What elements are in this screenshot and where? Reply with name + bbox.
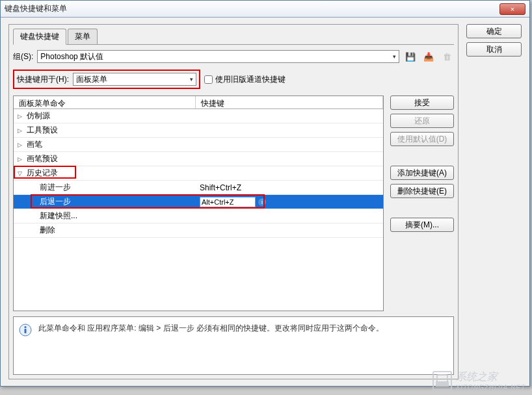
info-icon[interactable]: i — [258, 198, 266, 206]
tree-side-buttons: 接受 还原 使用默认值(D) 添加快捷键(A) 删除快捷键(E) 摘要(M)..… — [390, 96, 454, 311]
delete-shortcut-button[interactable]: 删除快捷键(E) — [390, 184, 454, 198]
expand-icon[interactable]: ▷ — [18, 142, 24, 148]
watermark: 系统之家 XITONGZHIJIA.NET — [432, 370, 526, 391]
tree-row-step-backward[interactable]: 后退一步 i — [14, 195, 383, 209]
tab-bar: 键盘快捷键 菜单 — [13, 29, 454, 45]
col-command[interactable]: 面板菜单命令 — [14, 96, 196, 108]
close-icon: × — [511, 5, 514, 13]
legacy-checkbox[interactable] — [204, 75, 213, 84]
shortcuts-for-label: 快捷键用于(H): — [17, 74, 69, 85]
undo-button: 还原 — [390, 114, 454, 128]
dialog-buttons: 确定 取消 — [466, 24, 522, 379]
shortcuts-for-combo[interactable]: 面板菜单 ▾ — [73, 73, 196, 86]
shortcuts-for-row: 快捷键用于(H): 面板菜单 ▾ 使用旧版通道快捷键 — [13, 70, 454, 89]
dialog-window: 键盘快捷键和菜单 × 键盘快捷键 菜单 组(S): Photoshop 默认值 … — [0, 0, 530, 387]
expand-icon[interactable]: ▷ — [18, 113, 24, 120]
tab-shortcuts[interactable]: 键盘快捷键 — [13, 29, 66, 45]
trash-icon: 🗑 — [440, 50, 454, 63]
window-title: 键盘快捷键和菜单 — [5, 3, 499, 14]
col-shortcut[interactable]: 快捷键 — [196, 96, 383, 108]
add-shortcut-button[interactable]: 添加快捷键(A) — [390, 166, 454, 180]
new-set-icon[interactable]: 📥 — [421, 50, 436, 63]
tree-row-history[interactable]: ▽历史记录 — [14, 166, 383, 181]
expand-icon[interactable]: ▷ — [18, 156, 24, 162]
shortcuts-for-value: 面板菜单 — [76, 74, 107, 85]
tree-row-brush-preset[interactable]: ▷画笔预设 — [14, 152, 383, 166]
watermark-url: XITONGZHIJIA.NET — [456, 384, 526, 391]
tree-row-clone-source[interactable]: ▷仿制源 — [14, 109, 383, 123]
titlebar[interactable]: 键盘快捷键和菜单 × — [1, 1, 529, 18]
svg-rect-2 — [25, 329, 27, 333]
info-text: 此菜单命令和 应用程序菜单: 编辑 > 后退一步 必须有相同的快捷键。更改将同时… — [38, 322, 384, 369]
info-icon — [19, 324, 32, 337]
info-panel: 此菜单命令和 应用程序菜单: 编辑 > 后退一步 必须有相同的快捷键。更改将同时… — [13, 316, 454, 375]
tree-table: 面板菜单命令 快捷键 ▷仿制源 ▷工具预设 ▷画笔 — [13, 96, 384, 311]
tree-body[interactable]: ▷仿制源 ▷工具预设 ▷画笔 ▷画笔预设 — [14, 109, 383, 311]
highlight-shortcuts-for: 快捷键用于(H): 面板菜单 ▾ — [13, 70, 200, 89]
tab-menus[interactable]: 菜单 — [68, 29, 98, 45]
shortcut-input[interactable] — [200, 197, 256, 207]
group-label: 组(S): — [13, 51, 33, 62]
watermark-logo-icon — [432, 371, 452, 390]
watermark-brand: 系统之家 — [456, 370, 526, 384]
group-value: Photoshop 默认值 — [40, 51, 103, 62]
group-row: 组(S): Photoshop 默认值 ▾ 💾 📥 🗑 — [13, 50, 454, 63]
tree-row-step-forward[interactable]: 前进一步 Shift+Ctrl+Z — [14, 181, 383, 195]
legacy-checkbox-row: 使用旧版通道快捷键 — [204, 74, 286, 85]
use-default-button: 使用默认值(D) — [390, 132, 454, 146]
summary-button[interactable]: 摘要(M)... — [390, 218, 454, 232]
tree-row-delete[interactable]: 删除 — [14, 223, 383, 238]
dialog-body: 键盘快捷键 菜单 组(S): Photoshop 默认值 ▾ 💾 📥 🗑 快捷键… — [1, 18, 529, 386]
collapse-icon[interactable]: ▽ — [18, 170, 24, 177]
chevron-down-icon: ▾ — [190, 76, 193, 83]
chevron-down-icon: ▾ — [393, 53, 396, 60]
ok-button[interactable]: 确定 — [466, 24, 522, 38]
accept-button[interactable]: 接受 — [390, 96, 454, 110]
tree-header: 面板菜单命令 快捷键 — [14, 96, 383, 109]
tree-row-brush[interactable]: ▷画笔 — [14, 138, 383, 152]
tree-row-tool-presets[interactable]: ▷工具预设 — [14, 123, 383, 138]
svg-point-1 — [24, 326, 26, 328]
tree-area: 面板菜单命令 快捷键 ▷仿制源 ▷工具预设 ▷画笔 — [13, 96, 454, 311]
legacy-label: 使用旧版通道快捷键 — [215, 74, 286, 85]
cancel-button[interactable]: 取消 — [466, 42, 522, 57]
main-panel: 键盘快捷键 菜单 组(S): Photoshop 默认值 ▾ 💾 📥 🗑 快捷键… — [8, 24, 459, 379]
tree-row-new-snapshot[interactable]: 新建快照... — [14, 209, 383, 223]
close-button[interactable]: × — [499, 3, 525, 15]
group-combo[interactable]: Photoshop 默认值 ▾ — [37, 50, 399, 63]
save-set-icon: 💾 — [403, 50, 418, 63]
tab-divider — [13, 44, 454, 45]
expand-icon[interactable]: ▷ — [18, 127, 24, 134]
